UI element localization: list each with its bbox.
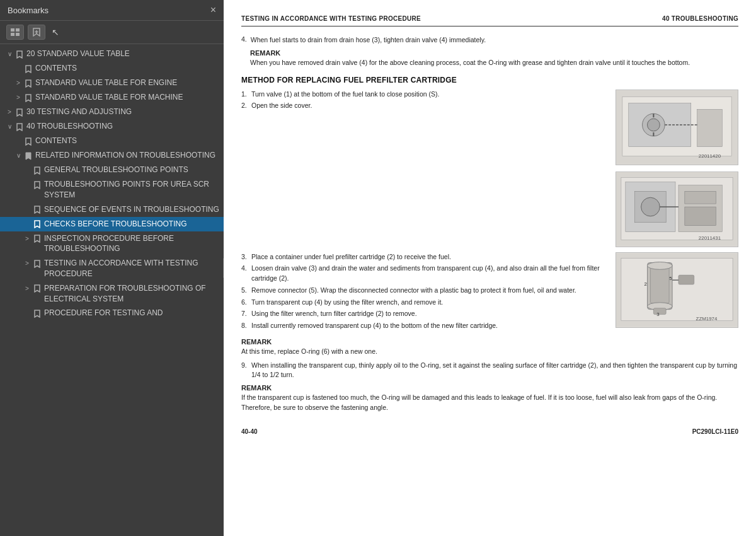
doc-header-left: TESTING IN ACCORDANCE WITH TESTING PROCE… xyxy=(241,15,421,22)
panel-header: Bookmarks × xyxy=(0,0,224,21)
tree-item-40-contents[interactable]: CONTENTS xyxy=(0,134,224,148)
svg-text:22011420: 22011420 xyxy=(699,153,721,159)
expand-icon-std-machine[interactable]: > xyxy=(14,93,23,103)
tree-label-inspection: INSPECTION PROCEDURE BEFORE TROUBLESHOOT… xyxy=(44,233,221,255)
svg-rect-0 xyxy=(11,28,14,32)
expand-icon-40-contents xyxy=(14,136,23,146)
doc-footer: 40-40 PC290LCI-11E0 xyxy=(241,426,738,435)
bookmark-toolbar-button[interactable] xyxy=(28,25,45,40)
tree-label-std-engine: STANDARD VALUE TABLE FOR ENGINE xyxy=(35,78,221,88)
collapse-panel-button[interactable]: ◀ xyxy=(223,259,224,277)
tree-item-20-contents[interactable]: CONTENTS xyxy=(0,61,224,76)
step1-text: Turn valve (1) at the bottom of the fuel… xyxy=(251,90,439,100)
step8-text: Install currently removed transparent cu… xyxy=(251,321,498,331)
svg-point-10 xyxy=(647,119,660,131)
expand-icon-checks xyxy=(23,219,32,230)
step8: 8. Install currently removed transparent… xyxy=(241,321,609,331)
tree-label-std-machine: STANDARD VALUE TABLE FOR MACHINE xyxy=(35,92,221,103)
expand-icon-40[interactable]: ∨ xyxy=(5,122,14,132)
svg-point-20 xyxy=(641,197,660,216)
bookmark-icon-related xyxy=(24,151,33,161)
bookmark-icon-20-contents xyxy=(24,64,33,74)
tree-item-sequence[interactable]: SEQUENCE OF EVENTS IN TROUBLESHOOTING xyxy=(0,202,224,217)
doc-header-right: 40 TROUBLESHOOTING xyxy=(662,15,738,22)
menu-button[interactable] xyxy=(6,25,24,40)
expand-icon-inspection[interactable]: > xyxy=(23,234,32,244)
expand-icon-urea xyxy=(23,180,32,190)
bookmark-icon-20 xyxy=(15,49,24,59)
image1: 22011420 xyxy=(616,90,738,165)
tree-label-40-contents: CONTENTS xyxy=(35,136,221,146)
svg-text:ZZM1974: ZZM1974 xyxy=(696,316,718,322)
tree-label-20: 20 STANDARD VALUE TABLE xyxy=(26,49,221,59)
remark3-label: REMARK xyxy=(241,384,738,392)
tree-item-inspection[interactable]: > INSPECTION PROCEDURE BEFORE TROUBLESHO… xyxy=(0,231,224,257)
remark2-text: At this time, replace O-ring (6) with a … xyxy=(241,347,738,357)
bookmark-icon-procedure xyxy=(33,308,42,318)
bookmark-icon-testing xyxy=(33,259,42,269)
tree-item-std-machine[interactable]: > STANDARD VALUE TABLE FOR MACHINE xyxy=(0,90,224,105)
tree-item-prep[interactable]: > PREPARATION FOR TROUBLESHOOTING OF ELE… xyxy=(0,281,224,306)
tree-item-std-engine[interactable]: > STANDARD VALUE TABLE FOR ENGINE xyxy=(0,76,224,90)
tree-label-urea: TROUBLESHOOTING POINTS FOR UREA SCR SYST… xyxy=(44,179,221,201)
tree-label-40: 40 TROUBLESHOOTING xyxy=(26,121,221,132)
tree-item-related[interactable]: ∨ RELATED INFORMATION ON TROUBLESHOOTING xyxy=(0,148,224,163)
remark3-block: REMARK If the transparent cup is fastene… xyxy=(241,384,738,413)
expand-icon-related[interactable]: ∨ xyxy=(14,151,23,161)
tree-item-general[interactable]: GENERAL TROUBLESHOOTING POINTS xyxy=(0,163,224,177)
bookmark-icon-30 xyxy=(15,107,24,117)
svg-rect-34 xyxy=(653,308,666,314)
expand-icon-procedure xyxy=(23,308,32,318)
step2-num: 2. xyxy=(241,101,251,111)
grid-icon xyxy=(11,28,20,36)
svg-rect-1 xyxy=(16,28,20,32)
step7-num: 7. xyxy=(241,309,251,319)
tree-label-procedure: PROCEDURE FOR TESTING AND xyxy=(44,308,221,318)
tree-item-20[interactable]: ∨ 20 STANDARD VALUE TABLE xyxy=(0,47,224,61)
step5-text: Remove connector (5). Wrap the disconnec… xyxy=(251,286,576,296)
tree-item-checks[interactable]: CHECKS BEFORE TROUBLESHOOTING xyxy=(0,217,224,231)
tree-item-testing[interactable]: > TESTING IN ACCORDANCE WITH TESTING PRO… xyxy=(0,256,224,281)
image3: 2 5 3 ZZM1974 xyxy=(616,252,738,328)
expand-icon-std-engine[interactable]: > xyxy=(14,78,23,88)
tree-item-procedure[interactable]: PROCEDURE FOR TESTING AND xyxy=(0,306,224,320)
tree-item-urea[interactable]: TROUBLESHOOTING POINTS FOR UREA SCR SYST… xyxy=(0,177,224,202)
step2-text: Open the side cover. xyxy=(251,101,312,111)
item4-text: When fuel starts to drain from drain hos… xyxy=(251,35,486,45)
step9-text: When installing the transparent cup, thi… xyxy=(251,361,738,381)
expand-icon-30[interactable]: > xyxy=(5,107,14,117)
bookmark-icon-sequence xyxy=(33,205,42,215)
expand-icon-prep[interactable]: > xyxy=(23,284,32,294)
tree-item-30[interactable]: > 30 TESTING AND ADJUSTING xyxy=(0,105,224,119)
svg-text:5: 5 xyxy=(669,276,672,281)
bookmark-icon-general xyxy=(33,165,42,175)
image2: 22011431 xyxy=(616,172,738,247)
bookmark-icon-inspection xyxy=(33,234,42,244)
panel-title: Bookmarks xyxy=(8,6,49,15)
bookmark-icon-prep xyxy=(33,284,42,294)
remark3-text: If the transparent cup is fastened too m… xyxy=(241,393,738,413)
tree-label-20-contents: CONTENTS xyxy=(35,63,221,74)
bookmarks-panel: Bookmarks × ↖ ∨ 20 ST xyxy=(0,0,224,536)
svg-text:22011431: 22011431 xyxy=(699,235,721,241)
image2-section: 22011431 xyxy=(241,172,738,247)
item4-row: 4. When fuel starts to drain from drain … xyxy=(241,35,738,45)
remark1-text: When you have removed drain valve (4) fo… xyxy=(250,58,738,68)
expand-icon-20[interactable]: ∨ xyxy=(5,49,14,59)
tree-item-40[interactable]: ∨ 40 TROUBLESHOOTING xyxy=(0,119,224,134)
svg-rect-32 xyxy=(679,275,694,284)
step4-num: 4. xyxy=(241,264,251,274)
step8-num: 8. xyxy=(241,321,251,331)
bookmark-icon-std-machine xyxy=(24,93,33,103)
doc-footer-right: PC290LCI-11E0 xyxy=(692,428,738,435)
image1-container: 22011420 xyxy=(616,90,738,165)
cursor-icon: ↖ xyxy=(52,27,59,37)
svg-point-30 xyxy=(647,262,672,269)
close-button[interactable]: × xyxy=(210,5,216,15)
bookmark-add-icon xyxy=(33,28,40,37)
step2: 2. Open the side cover. xyxy=(241,101,609,111)
expand-icon-general xyxy=(23,165,32,175)
expand-icon-testing[interactable]: > xyxy=(23,259,32,269)
step9: 9. When installing the transparent cup, … xyxy=(241,361,738,381)
document-page: TESTING IN ACCORDANCE WITH TESTING PROCE… xyxy=(224,0,756,536)
